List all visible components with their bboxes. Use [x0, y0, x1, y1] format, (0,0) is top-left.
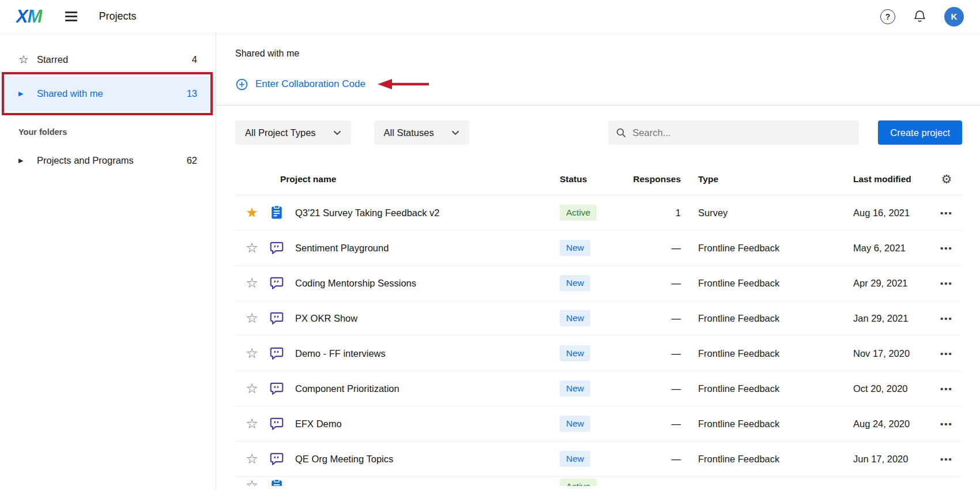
project-name-link[interactable]: Q3'21 Survey Taking Feedback v2 — [295, 208, 560, 218]
status-badge: New — [560, 240, 590, 256]
modified-cell: Apr 29, 2021 — [853, 278, 931, 289]
sidebar-item-label: Shared with me — [37, 88, 187, 99]
status-badge: Active — [560, 478, 597, 486]
feedback-bubble-icon — [269, 275, 285, 291]
plus-circle-icon — [235, 78, 248, 91]
row-menu-ellipsis-icon[interactable]: ••• — [940, 419, 953, 429]
table-row[interactable]: ☆ Coding Mentorship Sessions New — Front… — [235, 266, 962, 301]
project-name-link[interactable]: EFX Demo — [295, 419, 560, 429]
topbar: XM Projects ? K — [0, 0, 980, 33]
project-types-dropdown[interactable]: All Project Types — [235, 120, 351, 145]
project-name-link[interactable]: Coding Mentorship Sessions — [295, 278, 560, 289]
star-toggle[interactable]: ★ — [246, 206, 258, 220]
notifications-bell-icon[interactable] — [913, 9, 927, 24]
feedback-bubble-icon — [269, 310, 285, 326]
star-toggle[interactable]: ☆ — [246, 241, 258, 255]
row-menu-ellipsis-icon[interactable]: ••• — [940, 278, 953, 288]
enter-collaboration-code-link[interactable]: Enter Collaboration Code — [235, 78, 365, 91]
table-settings-gear-icon[interactable]: ⚙ — [931, 172, 962, 186]
type-cell: Frontline Feedback — [681, 243, 853, 254]
feedback-bubble-icon — [269, 451, 285, 467]
xm-logo[interactable]: XM — [16, 6, 42, 27]
sidebar-item-count: 62 — [187, 155, 197, 166]
your-folders-heading: Your folders — [0, 111, 216, 144]
star-toggle[interactable]: ☆ — [246, 346, 258, 360]
user-avatar[interactable]: K — [944, 7, 964, 27]
table-row[interactable]: ☆ PX OKR Show New — Frontline Feedback J… — [235, 301, 962, 336]
column-header-project-name[interactable]: Project name — [269, 174, 560, 184]
caret-right-icon[interactable]: ▶ — [18, 157, 37, 164]
project-name-link[interactable]: Component Prioritization — [295, 383, 560, 394]
table-body: ★ Q3'21 Survey Taking Feedback v2 Active… — [235, 195, 962, 477]
help-icon[interactable]: ? — [880, 9, 895, 24]
project-type-icon — [269, 205, 295, 221]
sidebar-item-count: 4 — [192, 54, 197, 65]
modified-cell: Aug 16, 2021 — [853, 208, 931, 218]
project-name-link[interactable]: PX OKR Show — [295, 313, 560, 324]
star-toggle[interactable]: ☆ — [246, 382, 258, 395]
page-layout: ☆ Starred 4 ▶ Shared with me 13 Your fol… — [0, 33, 980, 490]
project-type-icon — [269, 451, 295, 467]
star-toggle[interactable]: ☆ — [246, 276, 258, 290]
project-name-link[interactable]: Sentiment Playground — [295, 243, 560, 254]
star-toggle[interactable]: ☆ — [246, 452, 258, 466]
column-header-responses[interactable]: Responses — [629, 174, 681, 184]
modified-cell: Oct 20, 2020 — [853, 383, 931, 394]
row-menu-ellipsis-icon[interactable]: ••• — [940, 243, 953, 253]
modified-cell: May 6, 2021 — [853, 243, 931, 254]
annotation-arrow-icon — [375, 77, 431, 92]
table-row[interactable]: ★ Q3'21 Survey Taking Feedback v2 Active… — [235, 195, 962, 231]
sidebar-item-projects-and-programs[interactable]: ▶ Projects and Programs 62 — [0, 144, 216, 177]
row-menu-ellipsis-icon[interactable]: ••• — [940, 208, 953, 218]
row-menu-ellipsis-icon[interactable]: ••• — [940, 384, 953, 394]
project-type-icon — [269, 240, 295, 256]
chevron-down-icon — [451, 130, 459, 135]
status-badge: New — [560, 416, 590, 432]
responses-cell: — — [629, 419, 681, 429]
page-title: Projects — [99, 10, 137, 22]
filters-bar: All Project Types All Statuses Create pr… — [235, 120, 962, 145]
star-toggle[interactable]: ☆ — [246, 417, 258, 431]
sidebar: ☆ Starred 4 ▶ Shared with me 13 Your fol… — [0, 33, 216, 490]
project-type-icon — [269, 345, 295, 361]
row-menu-ellipsis-icon[interactable]: ••• — [940, 349, 953, 359]
sidebar-item-starred[interactable]: ☆ Starred 4 — [0, 43, 216, 76]
bell-glyph — [913, 9, 927, 24]
column-header-status[interactable]: Status — [560, 174, 629, 184]
project-name-link[interactable]: QE Org Meeting Topics — [295, 454, 560, 465]
status-badge: New — [560, 275, 590, 291]
section-divider — [216, 105, 980, 105]
section-heading: Shared with me — [235, 48, 962, 59]
type-cell: Frontline Feedback — [681, 383, 853, 394]
table-row-partial[interactable]: ☆ Active — [235, 477, 962, 486]
row-menu-ellipsis-icon[interactable]: ••• — [940, 454, 953, 464]
sidebar-item-label: Projects and Programs — [37, 155, 187, 166]
star-toggle[interactable]: ☆ — [246, 478, 258, 486]
sidebar-item-shared-with-me[interactable]: ▶ Shared with me 13 — [0, 76, 216, 111]
column-header-type[interactable]: Type — [681, 174, 853, 184]
table-row[interactable]: ☆ Sentiment Playground New — Frontline F… — [235, 231, 962, 266]
type-cell: Frontline Feedback — [681, 348, 853, 359]
project-type-icon — [269, 275, 295, 291]
chevron-down-icon — [333, 130, 341, 135]
row-menu-ellipsis-icon[interactable]: ••• — [940, 314, 953, 323]
project-name-link[interactable]: Demo - FF interviews — [295, 348, 560, 359]
survey-icon — [269, 205, 285, 221]
responses-cell: — — [629, 348, 681, 359]
modified-cell: Nov 17, 2020 — [853, 348, 931, 359]
search-input[interactable] — [632, 127, 851, 138]
hamburger-menu-icon[interactable] — [63, 9, 80, 23]
column-header-last-modified[interactable]: Last modified — [853, 174, 931, 184]
star-icon: ☆ — [18, 54, 37, 65]
sidebar-item-label: Starred — [37, 54, 192, 65]
table-row[interactable]: ☆ QE Org Meeting Topics New — Frontline … — [235, 442, 962, 477]
caret-right-icon[interactable]: ▶ — [18, 91, 37, 97]
table-row[interactable]: ☆ EFX Demo New — Frontline Feedback Aug … — [235, 406, 962, 442]
statuses-dropdown[interactable]: All Statuses — [374, 120, 469, 145]
star-toggle[interactable]: ☆ — [246, 311, 258, 325]
responses-cell: — — [629, 278, 681, 289]
create-project-button[interactable]: Create project — [878, 120, 962, 145]
table-row[interactable]: ☆ Component Prioritization New — Frontli… — [235, 371, 962, 406]
type-cell: Frontline Feedback — [681, 454, 853, 465]
table-row[interactable]: ☆ Demo - FF interviews New — Frontline F… — [235, 336, 962, 371]
